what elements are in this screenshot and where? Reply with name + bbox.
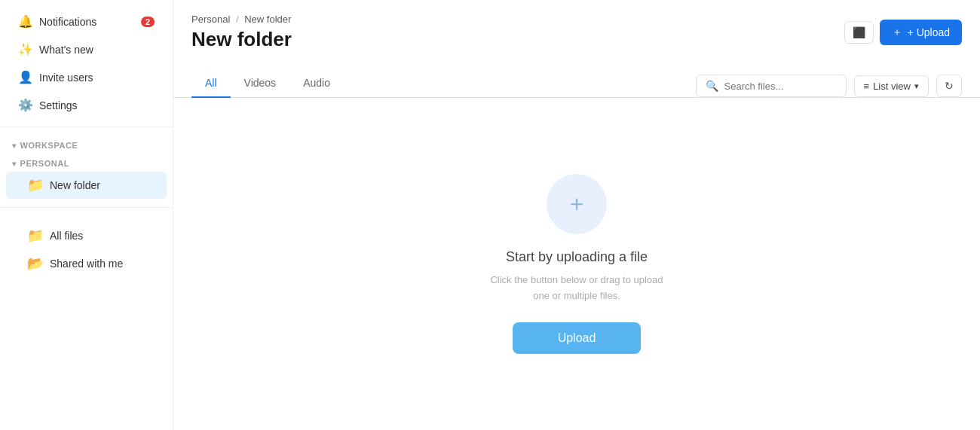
main-area: Personal / New folder New folder ⬛ ＋ + U… — [173, 0, 980, 430]
chevron-down-icon-list: ▾ — [914, 81, 919, 91]
sidebar-item-invite-users[interactable]: 👤 Invite users — [6, 64, 167, 90]
breadcrumb-parent: Personal — [191, 14, 230, 25]
content-area: + Start by uploading a file Click the bu… — [173, 98, 980, 430]
toolbar-right: 🔍 ≡ List view ▾ ↻ — [696, 75, 962, 97]
bottom-items: 📁 All files 📂 Shared with me — [0, 221, 173, 278]
top-bar: Personal / New folder New folder ⬛ ＋ + U… — [173, 0, 980, 51]
sidebar-item-shared-with-me[interactable]: 📂 Shared with me — [6, 250, 167, 277]
shared-with-me-label: Shared with me — [50, 258, 123, 270]
search-box[interactable]: 🔍 — [696, 75, 847, 97]
shared-icon: 📂 — [27, 255, 44, 272]
gear-icon: ⚙️ — [18, 98, 33, 112]
all-files-icon: 📁 — [27, 227, 44, 244]
breadcrumb-separator: / — [236, 14, 239, 25]
upload-title: Start by uploading a file — [506, 249, 648, 265]
new-folder-label: New folder — [50, 179, 100, 191]
upload-plus-icon: + — [570, 191, 584, 218]
person-icon: 👤 — [18, 70, 33, 84]
sidebar-item-all-files[interactable]: 📁 All files — [6, 222, 167, 249]
workspace-section-label: ▾ WORKSPACE — [0, 135, 173, 153]
refresh-button[interactable]: ↻ — [936, 75, 962, 97]
plus-icon: ＋ — [892, 26, 902, 39]
list-view-label: List view — [873, 81, 911, 92]
upload-circle: + — [547, 174, 607, 234]
list-view-button[interactable]: ≡ List view ▾ — [854, 75, 929, 97]
list-view-icon: ≡ — [864, 81, 870, 92]
sidebar-item-whats-new[interactable]: ✨ What's new — [6, 36, 167, 63]
tab-audio[interactable]: Audio — [289, 69, 344, 98]
header-left: Personal / New folder New folder — [191, 14, 292, 51]
sparkle-icon: ✨ — [18, 42, 33, 56]
chevron-down-icon-2: ▾ — [12, 160, 17, 168]
sidebar-item-new-folder[interactable]: 📁 New folder — [6, 172, 167, 199]
sidebar-settings-label: Settings — [39, 99, 78, 111]
chevron-down-icon: ▾ — [12, 142, 17, 150]
upload-header-button[interactable]: ＋ + Upload — [880, 20, 962, 45]
save-button[interactable]: ⬛ — [844, 21, 874, 44]
sidebar-invite-users-label: Invite users — [39, 72, 93, 84]
breadcrumb: Personal / New folder — [191, 14, 292, 25]
header-right: ⬛ ＋ + Upload — [844, 20, 962, 45]
tabs: All Videos Audio — [191, 69, 344, 97]
sidebar-divider — [0, 127, 173, 127]
sidebar-divider-2 — [0, 207, 173, 208]
tab-all[interactable]: All — [191, 69, 231, 98]
sidebar-notifications-label: Notifications — [39, 16, 96, 28]
breadcrumb-current: New folder — [244, 14, 291, 25]
page-title: New folder — [191, 28, 292, 51]
tabs-toolbar-row: All Videos Audio 🔍 ≡ List view ▾ ↻ — [173, 57, 980, 98]
save-icon: ⬛ — [853, 26, 865, 38]
upload-description: Click the button below or drag to upload… — [490, 273, 663, 304]
tab-videos[interactable]: Videos — [231, 69, 290, 98]
bell-icon: 🔔 — [18, 14, 33, 29]
sidebar-item-notifications[interactable]: 🔔 Notifications 2 — [6, 8, 167, 35]
sidebar-whats-new-label: What's new — [39, 44, 93, 56]
search-icon: 🔍 — [706, 80, 718, 92]
folder-icon: 📁 — [27, 177, 44, 194]
notifications-badge: 2 — [141, 17, 155, 27]
sidebar: 🔔 Notifications 2 ✨ What's new 👤 Invite … — [0, 0, 173, 430]
all-files-label: All files — [50, 230, 83, 242]
search-input[interactable] — [724, 81, 837, 92]
sidebar-item-settings[interactable]: ⚙️ Settings — [6, 92, 167, 118]
refresh-icon: ↻ — [945, 80, 954, 92]
personal-section-label: ▾ PERSONAL — [0, 153, 173, 171]
upload-main-button[interactable]: Upload — [513, 322, 642, 354]
